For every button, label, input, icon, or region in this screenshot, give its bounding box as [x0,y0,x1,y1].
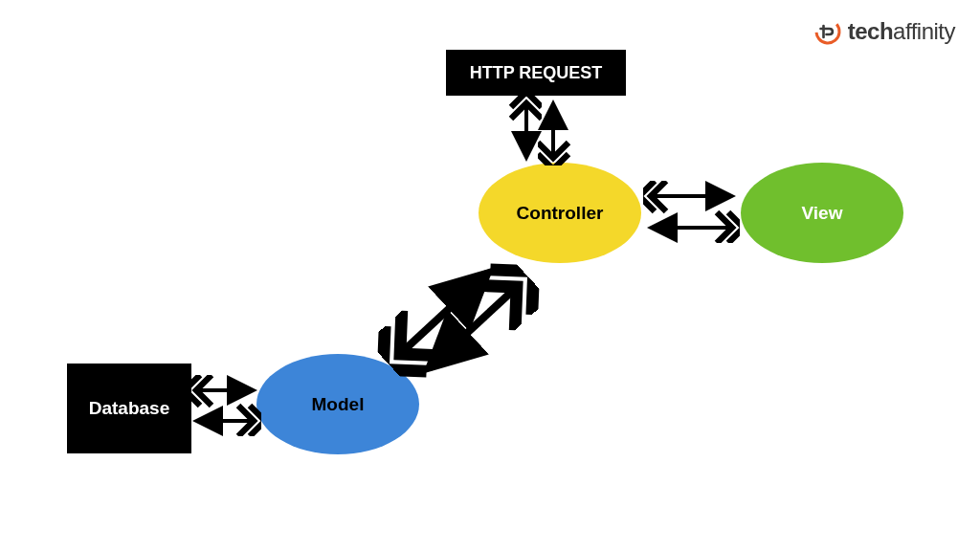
svg-line-6 [429,287,517,368]
controller-node: Controller [479,163,641,263]
http-request-node: HTTP REQUEST [446,50,626,96]
svg-line-5 [400,273,488,354]
arrow-controller-model [400,273,517,368]
brand-logo: techaffinity [813,17,955,46]
arrow-controller-view [651,196,732,228]
database-label: Database [89,398,170,419]
http-request-label: HTTP REQUEST [470,63,603,83]
svg-point-0 [813,17,842,46]
controller-label: Controller [517,203,604,224]
model-label: Model [312,394,365,415]
model-node: Model [256,354,419,454]
brand-name: techaffinity [848,18,955,45]
arrow-http-controller [526,103,553,158]
logo-icon [813,17,842,46]
view-node: View [741,163,903,263]
arrow-database-model [196,390,254,421]
database-node: Database [67,364,191,453]
view-label: View [802,203,843,224]
